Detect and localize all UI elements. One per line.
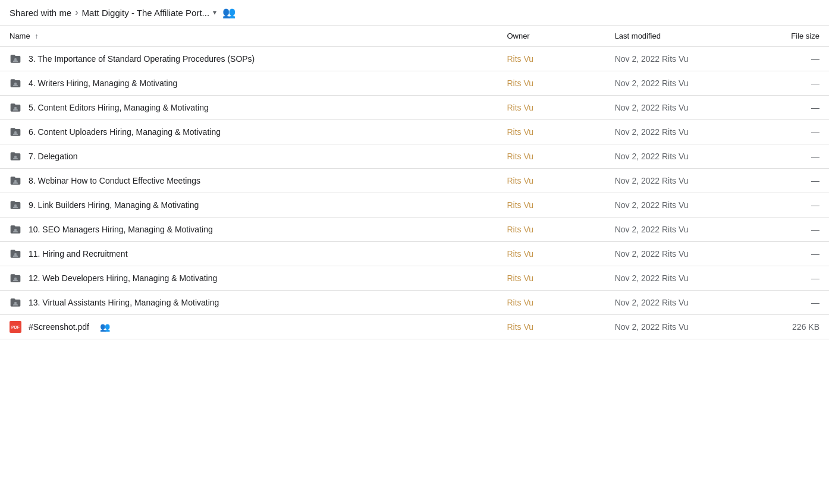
shared-folder-icon (10, 272, 21, 284)
file-name: 11. Hiring and Recruitment (29, 249, 128, 259)
table-row[interactable]: 10. SEO Managers Hiring, Managing & Moti… (0, 218, 829, 242)
breadcrumb-current-folder: Matt Diggity - The Affiliate Port... (82, 8, 210, 18)
modified-cell: Nov 2, 2022 Rits Vu (605, 71, 755, 96)
chevron-down-icon[interactable]: ▾ (213, 8, 216, 17)
modified-cell: Nov 2, 2022 Rits Vu (605, 169, 755, 193)
owner-cell: Rits Vu (497, 193, 605, 218)
modified-cell: Nov 2, 2022 Rits Vu (605, 291, 755, 315)
col-header-size[interactable]: File size (755, 26, 829, 47)
owner-cell: Rits Vu (497, 291, 605, 315)
sort-ascending-icon: ↑ (34, 32, 38, 40)
col-header-name[interactable]: Name ↑ (0, 26, 497, 47)
table-row[interactable]: 13. Virtual Assistants Hiring, Managing … (0, 291, 829, 315)
col-header-owner[interactable]: Owner (497, 26, 605, 47)
table-row[interactable]: PDF#Screenshot.pdf👥Rits VuNov 2, 2022 Ri… (0, 315, 829, 339)
table-row[interactable]: 7. DelegationRits VuNov 2, 2022 Rits Vu— (0, 144, 829, 169)
size-cell: — (755, 218, 829, 242)
size-cell: — (755, 120, 829, 144)
owner-cell: Rits Vu (497, 71, 605, 96)
modified-cell: Nov 2, 2022 Rits Vu (605, 218, 755, 242)
col-header-modified[interactable]: Last modified (605, 26, 755, 47)
shared-folder-icon (10, 223, 21, 235)
size-cell: — (755, 169, 829, 193)
shared-folder-icon (10, 53, 21, 65)
table-row[interactable]: 9. Link Builders Hiring, Managing & Moti… (0, 193, 829, 218)
owner-cell: Rits Vu (497, 315, 605, 339)
table-row[interactable]: 6. Content Uploaders Hiring, Managing & … (0, 120, 829, 144)
table-row[interactable]: 5. Content Editors Hiring, Managing & Mo… (0, 96, 829, 120)
shared-folder-icon (10, 248, 21, 260)
modified-cell: Nov 2, 2022 Rits Vu (605, 242, 755, 266)
size-cell: — (755, 291, 829, 315)
size-cell: — (755, 144, 829, 169)
table-row[interactable]: 12. Web Developers Hiring, Managing & Mo… (0, 266, 829, 291)
owner-cell: Rits Vu (497, 218, 605, 242)
file-name: #Screenshot.pdf (29, 322, 89, 332)
shared-folder-icon (10, 199, 21, 211)
size-cell: — (755, 266, 829, 291)
file-table: Name ↑ Owner Last modified File size 3. … (0, 26, 829, 339)
modified-cell: Nov 2, 2022 Rits Vu (605, 96, 755, 120)
breadcrumb: Shared with me › Matt Diggity - The Affi… (0, 0, 829, 26)
breadcrumb-separator: › (75, 7, 78, 18)
file-name: 5. Content Editors Hiring, Managing & Mo… (29, 103, 209, 112)
file-name: 3. The Importance of Standard Operating … (29, 54, 255, 64)
shared-folder-icon (10, 175, 21, 187)
modified-cell: Nov 2, 2022 Rits Vu (605, 144, 755, 169)
size-cell: — (755, 242, 829, 266)
owner-cell: Rits Vu (497, 169, 605, 193)
owner-cell: Rits Vu (497, 242, 605, 266)
breadcrumb-shared-with-me[interactable]: Shared with me (10, 8, 71, 18)
modified-cell: Nov 2, 2022 Rits Vu (605, 120, 755, 144)
file-name: 7. Delegation (29, 152, 78, 161)
modified-cell: Nov 2, 2022 Rits Vu (605, 193, 755, 218)
file-name: 9. Link Builders Hiring, Managing & Moti… (29, 200, 199, 210)
modified-cell: Nov 2, 2022 Rits Vu (605, 266, 755, 291)
table-row[interactable]: 4. Writers Hiring, Managing & Motivating… (0, 71, 829, 96)
size-cell: — (755, 96, 829, 120)
size-cell: — (755, 47, 829, 71)
size-cell: — (755, 71, 829, 96)
pdf-file-icon: PDF (10, 321, 21, 333)
modified-cell: Nov 2, 2022 Rits Vu (605, 315, 755, 339)
file-name: 8. Webinar How to Conduct Effective Meet… (29, 176, 200, 185)
size-cell: 226 KB (755, 315, 829, 339)
table-row[interactable]: 8. Webinar How to Conduct Effective Meet… (0, 169, 829, 193)
file-name: 6. Content Uploaders Hiring, Managing & … (29, 127, 221, 137)
table-row[interactable]: 11. Hiring and RecruitmentRits VuNov 2, … (0, 242, 829, 266)
shared-folder-icon (10, 150, 21, 162)
shared-folder-icon (10, 126, 21, 138)
table-header: Name ↑ Owner Last modified File size (0, 26, 829, 47)
file-name: 4. Writers Hiring, Managing & Motivating (29, 78, 177, 88)
file-name: 13. Virtual Assistants Hiring, Managing … (29, 298, 219, 307)
table-row[interactable]: 3. The Importance of Standard Operating … (0, 47, 829, 71)
file-name: 10. SEO Managers Hiring, Managing & Moti… (29, 225, 213, 234)
owner-cell: Rits Vu (497, 120, 605, 144)
size-cell: — (755, 193, 829, 218)
file-name: 12. Web Developers Hiring, Managing & Mo… (29, 273, 217, 283)
owner-cell: Rits Vu (497, 96, 605, 120)
people-icon[interactable]: 👥 (222, 6, 235, 19)
owner-cell: Rits Vu (497, 266, 605, 291)
owner-cell: Rits Vu (497, 144, 605, 169)
shared-folder-icon (10, 77, 21, 89)
modified-cell: Nov 2, 2022 Rits Vu (605, 47, 755, 71)
shared-folder-icon (10, 297, 21, 308)
shared-folder-icon (10, 102, 21, 114)
owner-cell: Rits Vu (497, 47, 605, 71)
shared-icon: 👥 (100, 322, 110, 332)
